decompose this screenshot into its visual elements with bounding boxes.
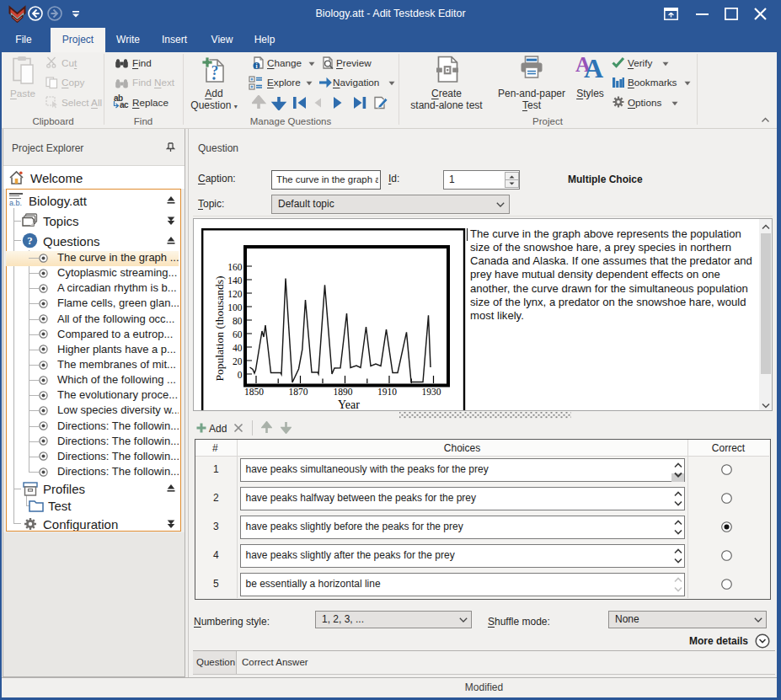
svg-text:140: 140 bbox=[227, 275, 243, 286]
svg-text:1930: 1930 bbox=[422, 387, 441, 397]
svg-text:20: 20 bbox=[233, 356, 243, 366]
svg-text:?: ? bbox=[27, 234, 33, 247]
svg-text:Year: Year bbox=[338, 398, 360, 410]
svg-text:0: 0 bbox=[238, 370, 243, 380]
svg-text:60: 60 bbox=[233, 329, 243, 339]
svg-text:Population (thousands): Population (thousands) bbox=[213, 276, 226, 382]
svg-text:?: ? bbox=[211, 62, 219, 78]
svg-text:80: 80 bbox=[233, 316, 243, 326]
svg-text:120: 120 bbox=[227, 289, 243, 299]
svg-text:1870: 1870 bbox=[289, 387, 308, 397]
svg-text:1890: 1890 bbox=[334, 387, 353, 397]
svg-text:1850: 1850 bbox=[244, 387, 264, 397]
svg-text:1910: 1910 bbox=[377, 387, 397, 397]
svg-text:i: i bbox=[255, 62, 257, 70]
svg-text:40: 40 bbox=[233, 343, 243, 353]
svg-text:160: 160 bbox=[227, 262, 243, 272]
svg-text:100: 100 bbox=[227, 302, 243, 313]
